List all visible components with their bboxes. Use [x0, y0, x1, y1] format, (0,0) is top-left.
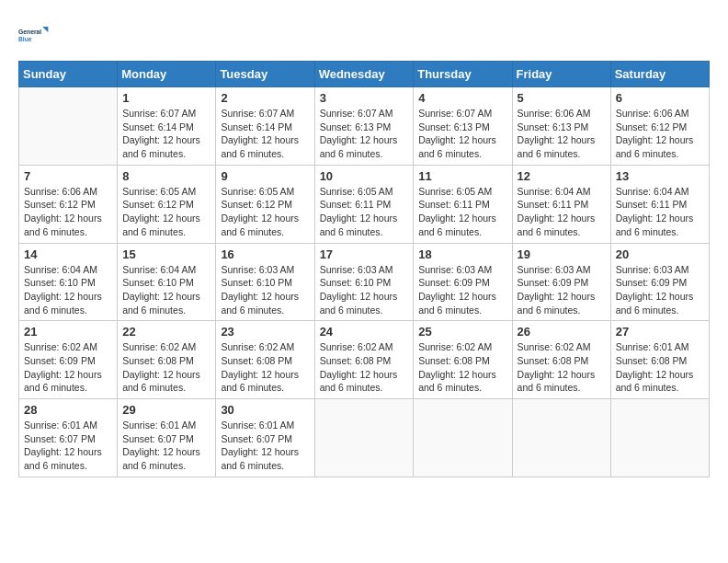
day-info: Sunrise: 6:02 AMSunset: 6:08 PMDaylight:…	[320, 340, 409, 395]
day-number: 20	[616, 247, 704, 261]
calendar-cell: 4Sunrise: 6:07 AMSunset: 6:13 PMDaylight…	[414, 87, 512, 166]
col-header-friday: Friday	[512, 62, 610, 87]
col-header-saturday: Saturday	[610, 62, 709, 87]
day-number: 11	[418, 169, 506, 183]
calendar-cell: 18Sunrise: 6:03 AMSunset: 6:09 PMDayligh…	[414, 243, 512, 321]
day-info: Sunrise: 6:04 AMSunset: 6:10 PMDaylight:…	[24, 263, 112, 317]
calendar-cell: 24Sunrise: 6:02 AMSunset: 6:08 PMDayligh…	[314, 321, 414, 399]
day-info: Sunrise: 6:03 AMSunset: 6:09 PMDaylight:…	[616, 263, 704, 317]
day-number: 7	[24, 169, 112, 183]
day-info: Sunrise: 6:05 AMSunset: 6:12 PMDaylight:…	[122, 185, 210, 239]
day-info: Sunrise: 6:03 AMSunset: 6:10 PMDaylight:…	[320, 263, 409, 317]
day-number: 25	[418, 325, 506, 339]
day-number: 3	[320, 91, 409, 105]
day-number: 15	[122, 247, 210, 261]
calendar-week-row: 7Sunrise: 6:06 AMSunset: 6:12 PMDaylight…	[19, 165, 710, 243]
day-number: 21	[24, 325, 112, 339]
svg-text:Blue: Blue	[18, 36, 32, 42]
calendar-cell	[314, 399, 414, 477]
day-number: 30	[221, 403, 309, 417]
calendar-cell: 8Sunrise: 6:05 AMSunset: 6:12 PMDaylight…	[118, 165, 216, 243]
day-number: 17	[320, 247, 409, 261]
calendar-cell: 11Sunrise: 6:05 AMSunset: 6:11 PMDayligh…	[414, 165, 512, 243]
logo: GeneralBlue	[18, 18, 51, 52]
day-number: 1	[122, 91, 210, 105]
day-info: Sunrise: 6:02 AMSunset: 6:08 PMDaylight:…	[518, 340, 606, 395]
day-info: Sunrise: 6:07 AMSunset: 6:13 PMDaylight:…	[320, 107, 409, 161]
day-info: Sunrise: 6:05 AMSunset: 6:11 PMDaylight:…	[320, 185, 409, 239]
calendar-cell: 27Sunrise: 6:01 AMSunset: 6:08 PMDayligh…	[610, 321, 709, 399]
calendar-cell: 16Sunrise: 6:03 AMSunset: 6:10 PMDayligh…	[216, 243, 314, 321]
day-number: 16	[221, 247, 309, 261]
calendar-cell: 23Sunrise: 6:02 AMSunset: 6:08 PMDayligh…	[216, 321, 314, 399]
day-info: Sunrise: 6:02 AMSunset: 6:08 PMDaylight:…	[221, 340, 309, 395]
calendar-cell: 7Sunrise: 6:06 AMSunset: 6:12 PMDaylight…	[19, 165, 118, 243]
calendar-table: SundayMondayTuesdayWednesdayThursdayFrid…	[18, 61, 710, 477]
day-number: 5	[518, 91, 606, 105]
calendar-cell: 2Sunrise: 6:07 AMSunset: 6:14 PMDaylight…	[216, 87, 314, 166]
day-number: 6	[616, 91, 704, 105]
calendar-week-row: 28Sunrise: 6:01 AMSunset: 6:07 PMDayligh…	[19, 399, 710, 477]
calendar-cell: 5Sunrise: 6:06 AMSunset: 6:13 PMDaylight…	[512, 87, 610, 166]
day-info: Sunrise: 6:06 AMSunset: 6:13 PMDaylight:…	[518, 107, 606, 161]
day-info: Sunrise: 6:07 AMSunset: 6:14 PMDaylight:…	[221, 107, 309, 161]
calendar-cell: 12Sunrise: 6:04 AMSunset: 6:11 PMDayligh…	[512, 165, 610, 243]
day-info: Sunrise: 6:01 AMSunset: 6:08 PMDaylight:…	[616, 340, 704, 395]
day-number: 29	[122, 403, 210, 417]
day-number: 10	[320, 169, 409, 183]
calendar-cell: 13Sunrise: 6:04 AMSunset: 6:11 PMDayligh…	[610, 165, 709, 243]
calendar-cell	[512, 399, 610, 477]
day-info: Sunrise: 6:03 AMSunset: 6:09 PMDaylight:…	[418, 263, 506, 317]
calendar-header-row: SundayMondayTuesdayWednesdayThursdayFrid…	[19, 62, 710, 87]
day-number: 9	[221, 169, 309, 183]
day-number: 2	[221, 91, 309, 105]
day-info: Sunrise: 6:02 AMSunset: 6:09 PMDaylight:…	[24, 340, 112, 395]
calendar-cell: 28Sunrise: 6:01 AMSunset: 6:07 PMDayligh…	[19, 399, 118, 477]
calendar-cell: 9Sunrise: 6:05 AMSunset: 6:12 PMDaylight…	[216, 165, 314, 243]
day-info: Sunrise: 6:07 AMSunset: 6:14 PMDaylight:…	[122, 107, 210, 161]
calendar-cell: 10Sunrise: 6:05 AMSunset: 6:11 PMDayligh…	[314, 165, 414, 243]
day-info: Sunrise: 6:05 AMSunset: 6:12 PMDaylight:…	[221, 185, 309, 239]
day-number: 12	[518, 169, 606, 183]
day-info: Sunrise: 6:04 AMSunset: 6:11 PMDaylight:…	[616, 185, 704, 239]
svg-marker-2	[42, 27, 48, 32]
calendar-cell: 6Sunrise: 6:06 AMSunset: 6:12 PMDaylight…	[610, 87, 709, 166]
calendar-cell: 3Sunrise: 6:07 AMSunset: 6:13 PMDaylight…	[314, 87, 414, 166]
day-info: Sunrise: 6:04 AMSunset: 6:10 PMDaylight:…	[122, 263, 210, 317]
col-header-wednesday: Wednesday	[314, 62, 414, 87]
day-info: Sunrise: 6:03 AMSunset: 6:09 PMDaylight:…	[518, 263, 606, 317]
calendar-cell: 1Sunrise: 6:07 AMSunset: 6:14 PMDaylight…	[118, 87, 216, 166]
col-header-monday: Monday	[118, 62, 216, 87]
day-number: 22	[122, 325, 210, 339]
day-number: 13	[616, 169, 704, 183]
day-number: 18	[418, 247, 506, 261]
calendar-cell: 14Sunrise: 6:04 AMSunset: 6:10 PMDayligh…	[19, 243, 118, 321]
day-number: 4	[418, 91, 506, 105]
page-header: GeneralBlue	[18, 18, 710, 52]
calendar-cell	[610, 399, 709, 477]
day-info: Sunrise: 6:02 AMSunset: 6:08 PMDaylight:…	[122, 340, 210, 395]
day-info: Sunrise: 6:03 AMSunset: 6:10 PMDaylight:…	[221, 263, 309, 317]
calendar-cell	[19, 87, 118, 166]
day-info: Sunrise: 6:04 AMSunset: 6:11 PMDaylight:…	[518, 185, 606, 239]
calendar-cell: 21Sunrise: 6:02 AMSunset: 6:09 PMDayligh…	[19, 321, 118, 399]
day-info: Sunrise: 6:01 AMSunset: 6:07 PMDaylight:…	[221, 419, 309, 473]
col-header-tuesday: Tuesday	[216, 62, 314, 87]
col-header-thursday: Thursday	[414, 62, 512, 87]
calendar-cell: 29Sunrise: 6:01 AMSunset: 6:07 PMDayligh…	[118, 399, 216, 477]
calendar-cell: 25Sunrise: 6:02 AMSunset: 6:08 PMDayligh…	[414, 321, 512, 399]
day-info: Sunrise: 6:06 AMSunset: 6:12 PMDaylight:…	[616, 107, 704, 161]
day-info: Sunrise: 6:06 AMSunset: 6:12 PMDaylight:…	[24, 185, 112, 239]
calendar-cell: 26Sunrise: 6:02 AMSunset: 6:08 PMDayligh…	[512, 321, 610, 399]
day-number: 28	[24, 403, 112, 417]
calendar-cell: 19Sunrise: 6:03 AMSunset: 6:09 PMDayligh…	[512, 243, 610, 321]
day-number: 27	[616, 325, 704, 339]
day-info: Sunrise: 6:05 AMSunset: 6:11 PMDaylight:…	[418, 185, 506, 239]
day-info: Sunrise: 6:07 AMSunset: 6:13 PMDaylight:…	[418, 107, 506, 161]
day-number: 23	[221, 325, 309, 339]
calendar-week-row: 14Sunrise: 6:04 AMSunset: 6:10 PMDayligh…	[19, 243, 710, 321]
calendar-cell: 17Sunrise: 6:03 AMSunset: 6:10 PMDayligh…	[314, 243, 414, 321]
day-info: Sunrise: 6:01 AMSunset: 6:07 PMDaylight:…	[122, 419, 210, 473]
calendar-cell: 30Sunrise: 6:01 AMSunset: 6:07 PMDayligh…	[216, 399, 314, 477]
calendar-cell: 22Sunrise: 6:02 AMSunset: 6:08 PMDayligh…	[118, 321, 216, 399]
